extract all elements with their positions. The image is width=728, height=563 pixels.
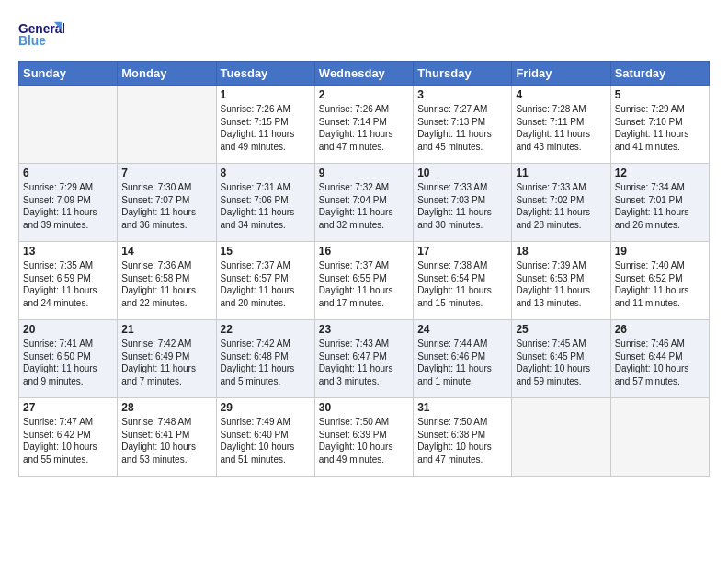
- day-number: 17: [417, 245, 507, 258]
- day-number: 31: [417, 401, 507, 414]
- day-number: 15: [221, 245, 311, 258]
- cell-info: Sunrise: 7:42 AMSunset: 6:49 PMDaylight:…: [121, 338, 211, 387]
- calendar-cell: 4Sunrise: 7:28 AMSunset: 7:11 PMDaylight…: [512, 86, 610, 164]
- calendar-cell: 18Sunrise: 7:39 AMSunset: 6:53 PMDayligh…: [512, 242, 610, 320]
- calendar-cell: 13Sunrise: 7:35 AMSunset: 6:59 PMDayligh…: [19, 242, 118, 320]
- day-number: 19: [615, 245, 705, 258]
- calendar-day-header: Monday: [118, 62, 216, 86]
- cell-info: Sunrise: 7:44 AMSunset: 6:46 PMDaylight:…: [417, 338, 507, 387]
- day-number: 7: [121, 167, 211, 179]
- cell-info: Sunrise: 7:32 AMSunset: 7:04 PMDaylight:…: [319, 181, 409, 231]
- cell-info: Sunrise: 7:33 AMSunset: 7:03 PMDaylight:…: [417, 181, 507, 231]
- cell-info: Sunrise: 7:39 AMSunset: 6:53 PMDaylight:…: [516, 259, 606, 309]
- calendar-cell: 6Sunrise: 7:29 AMSunset: 7:09 PMDaylight…: [19, 164, 118, 242]
- calendar-day-header: Sunday: [19, 62, 118, 86]
- day-number: 3: [417, 88, 507, 101]
- calendar-cell: 25Sunrise: 7:45 AMSunset: 6:45 PMDayligh…: [512, 320, 610, 398]
- day-number: 5: [615, 88, 705, 101]
- calendar-cell: 26Sunrise: 7:46 AMSunset: 6:44 PMDayligh…: [610, 320, 709, 398]
- cell-info: Sunrise: 7:36 AMSunset: 6:58 PMDaylight:…: [121, 259, 211, 309]
- cell-info: Sunrise: 7:50 AMSunset: 6:39 PMDaylight:…: [319, 416, 409, 465]
- svg-text:Blue: Blue: [18, 34, 46, 48]
- cell-info: Sunrise: 7:49 AMSunset: 6:40 PMDaylight:…: [221, 416, 311, 465]
- day-number: 26: [615, 323, 705, 336]
- calendar-day-header: Tuesday: [216, 62, 314, 86]
- page: General Blue SundayMondayTuesdayWednesda…: [0, 0, 728, 563]
- calendar-header-row: SundayMondayTuesdayWednesdayThursdayFrid…: [19, 62, 710, 86]
- calendar-day-header: Wednesday: [314, 62, 413, 86]
- calendar-cell: 16Sunrise: 7:37 AMSunset: 6:55 PMDayligh…: [314, 242, 413, 320]
- calendar-cell: 5Sunrise: 7:29 AMSunset: 7:10 PMDaylight…: [610, 86, 709, 164]
- day-number: 27: [23, 401, 113, 414]
- cell-info: Sunrise: 7:40 AMSunset: 6:52 PMDaylight:…: [615, 259, 705, 309]
- day-number: 10: [417, 167, 507, 179]
- day-number: 14: [121, 245, 211, 258]
- cell-info: Sunrise: 7:34 AMSunset: 7:01 PMDaylight:…: [615, 181, 705, 231]
- cell-info: Sunrise: 7:38 AMSunset: 6:54 PMDaylight:…: [417, 259, 507, 309]
- day-number: 28: [121, 401, 211, 414]
- calendar-day-header: Thursday: [414, 62, 512, 86]
- cell-info: Sunrise: 7:48 AMSunset: 6:41 PMDaylight:…: [121, 416, 211, 465]
- calendar-cell: 27Sunrise: 7:47 AMSunset: 6:42 PMDayligh…: [19, 398, 118, 477]
- cell-info: Sunrise: 7:33 AMSunset: 7:02 PMDaylight:…: [516, 181, 606, 231]
- calendar-cell: 14Sunrise: 7:36 AMSunset: 6:58 PMDayligh…: [118, 242, 216, 320]
- logo: General Blue: [18, 15, 64, 52]
- day-number: 11: [516, 167, 606, 179]
- day-number: 25: [516, 323, 606, 336]
- calendar-cell: 9Sunrise: 7:32 AMSunset: 7:04 PMDaylight…: [314, 164, 413, 242]
- day-number: 16: [319, 245, 409, 258]
- cell-info: Sunrise: 7:43 AMSunset: 6:47 PMDaylight:…: [319, 338, 409, 387]
- calendar-cell: [19, 86, 118, 164]
- cell-info: Sunrise: 7:45 AMSunset: 6:45 PMDaylight:…: [516, 338, 606, 387]
- calendar-week-row: 6Sunrise: 7:29 AMSunset: 7:09 PMDaylight…: [19, 164, 710, 242]
- calendar-cell: [118, 86, 216, 164]
- calendar-day-header: Friday: [512, 62, 610, 86]
- calendar-cell: 28Sunrise: 7:48 AMSunset: 6:41 PMDayligh…: [118, 398, 216, 477]
- cell-info: Sunrise: 7:31 AMSunset: 7:06 PMDaylight:…: [221, 181, 311, 231]
- day-number: 18: [516, 245, 606, 258]
- day-number: 22: [221, 323, 311, 336]
- cell-info: Sunrise: 7:46 AMSunset: 6:44 PMDaylight:…: [615, 338, 705, 387]
- day-number: 2: [319, 88, 409, 101]
- day-number: 8: [221, 167, 311, 179]
- calendar-week-row: 13Sunrise: 7:35 AMSunset: 6:59 PMDayligh…: [19, 242, 710, 320]
- header: General Blue: [18, 15, 710, 52]
- cell-info: Sunrise: 7:29 AMSunset: 7:09 PMDaylight:…: [23, 181, 113, 231]
- day-number: 30: [319, 401, 409, 414]
- cell-info: Sunrise: 7:37 AMSunset: 6:55 PMDaylight:…: [319, 259, 409, 309]
- calendar-cell: 30Sunrise: 7:50 AMSunset: 6:39 PMDayligh…: [314, 398, 413, 477]
- calendar-cell: 17Sunrise: 7:38 AMSunset: 6:54 PMDayligh…: [414, 242, 512, 320]
- cell-info: Sunrise: 7:47 AMSunset: 6:42 PMDaylight:…: [23, 416, 113, 465]
- day-number: 29: [221, 401, 311, 414]
- cell-info: Sunrise: 7:28 AMSunset: 7:11 PMDaylight:…: [516, 103, 606, 153]
- day-number: 21: [121, 323, 211, 336]
- calendar-cell: 12Sunrise: 7:34 AMSunset: 7:01 PMDayligh…: [610, 164, 709, 242]
- calendar-cell: 7Sunrise: 7:30 AMSunset: 7:07 PMDaylight…: [118, 164, 216, 242]
- cell-info: Sunrise: 7:37 AMSunset: 6:57 PMDaylight:…: [221, 259, 311, 309]
- cell-info: Sunrise: 7:29 AMSunset: 7:10 PMDaylight:…: [615, 103, 705, 153]
- calendar-cell: [610, 398, 709, 477]
- calendar-week-row: 20Sunrise: 7:41 AMSunset: 6:50 PMDayligh…: [19, 320, 710, 398]
- calendar-day-header: Saturday: [610, 62, 709, 86]
- day-number: 6: [23, 167, 113, 179]
- cell-info: Sunrise: 7:26 AMSunset: 7:15 PMDaylight:…: [221, 103, 311, 153]
- calendar-cell: 10Sunrise: 7:33 AMSunset: 7:03 PMDayligh…: [414, 164, 512, 242]
- day-number: 9: [319, 167, 409, 179]
- cell-info: Sunrise: 7:26 AMSunset: 7:14 PMDaylight:…: [319, 103, 409, 153]
- calendar-table: SundayMondayTuesdayWednesdayThursdayFrid…: [18, 61, 710, 477]
- calendar-cell: 24Sunrise: 7:44 AMSunset: 6:46 PMDayligh…: [414, 320, 512, 398]
- calendar-cell: 19Sunrise: 7:40 AMSunset: 6:52 PMDayligh…: [610, 242, 709, 320]
- cell-info: Sunrise: 7:42 AMSunset: 6:48 PMDaylight:…: [221, 338, 311, 387]
- calendar-cell: 23Sunrise: 7:43 AMSunset: 6:47 PMDayligh…: [314, 320, 413, 398]
- day-number: 1: [221, 88, 311, 101]
- calendar-cell: 11Sunrise: 7:33 AMSunset: 7:02 PMDayligh…: [512, 164, 610, 242]
- calendar-cell: [512, 398, 610, 477]
- calendar-cell: 20Sunrise: 7:41 AMSunset: 6:50 PMDayligh…: [19, 320, 118, 398]
- day-number: 4: [516, 88, 606, 101]
- calendar-week-row: 27Sunrise: 7:47 AMSunset: 6:42 PMDayligh…: [19, 398, 710, 477]
- day-number: 23: [319, 323, 409, 336]
- calendar-cell: 31Sunrise: 7:50 AMSunset: 6:38 PMDayligh…: [414, 398, 512, 477]
- cell-info: Sunrise: 7:27 AMSunset: 7:13 PMDaylight:…: [417, 103, 507, 153]
- calendar-cell: 2Sunrise: 7:26 AMSunset: 7:14 PMDaylight…: [314, 86, 413, 164]
- cell-info: Sunrise: 7:35 AMSunset: 6:59 PMDaylight:…: [23, 259, 113, 309]
